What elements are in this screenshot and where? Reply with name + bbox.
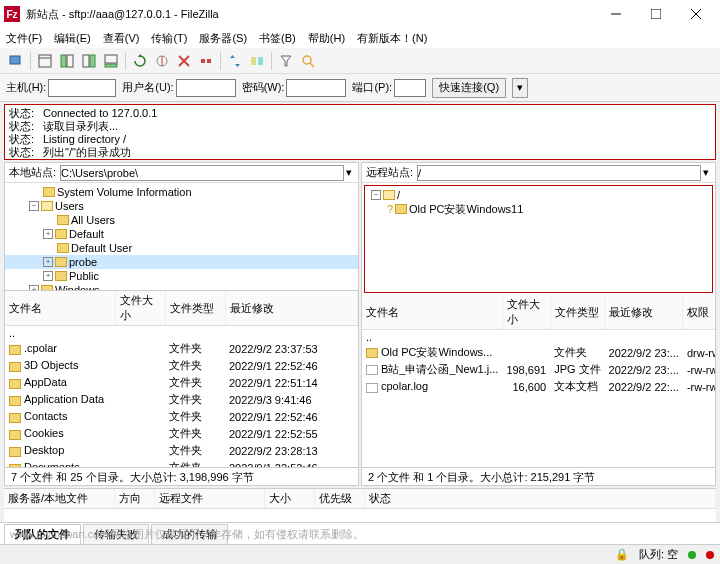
site-manager-icon[interactable] <box>6 51 26 71</box>
remote-tree[interactable]: −/ ?Old PC安装Windows11 <box>364 185 713 293</box>
col-name[interactable]: 文件名 <box>362 295 502 330</box>
svg-rect-9 <box>83 55 89 67</box>
table-row[interactable]: Cookies文件夹2022/9/1 22:52:55 <box>5 425 358 442</box>
table-row[interactable]: Documents文件夹2022/9/1 22:52:46 <box>5 459 358 467</box>
collapse-icon[interactable]: − <box>29 201 39 211</box>
process-queue-icon[interactable] <box>152 51 172 71</box>
svg-rect-10 <box>90 55 95 67</box>
col-status[interactable]: 状态 <box>364 489 716 509</box>
col-size[interactable]: 文件大小 <box>115 291 165 326</box>
quick-connect-bar: 主机(H): 用户名(U): 密码(W): 端口(P): 快速连接(Q) ▾ <box>0 74 720 102</box>
col-size[interactable]: 大小 <box>264 489 314 509</box>
lock-icon[interactable]: 🔒 <box>615 548 629 561</box>
disconnect-icon[interactable] <box>196 51 216 71</box>
toggle-remote-tree-icon[interactable] <box>79 51 99 71</box>
host-label: 主机(H): <box>6 80 46 95</box>
menu-transfer[interactable]: 传输(T) <box>151 31 187 46</box>
window-title: 新站点 - sftp://aaa@127.0.0.1 - FileZilla <box>26 7 596 22</box>
close-button[interactable] <box>676 0 716 28</box>
sync-browse-icon[interactable] <box>225 51 245 71</box>
collapse-icon[interactable]: − <box>371 190 381 200</box>
menu-bookmarks[interactable]: 书签(B) <box>259 31 296 46</box>
table-row[interactable]: .cpolar文件夹2022/9/2 23:37:53 <box>5 340 358 357</box>
col-remote[interactable]: 远程文件 <box>154 489 264 509</box>
local-status: 7 个文件 和 25 个目录。大小总计: 3,198,996 字节 <box>5 467 358 485</box>
log-line: Connected to 127.0.0.1 <box>43 107 157 120</box>
folder-icon <box>43 187 55 197</box>
table-row[interactable]: Desktop文件夹2022/9/2 23:28:13 <box>5 442 358 459</box>
host-input[interactable] <box>48 79 116 97</box>
log-line: Listing directory / <box>43 133 126 146</box>
menu-server[interactable]: 服务器(S) <box>199 31 247 46</box>
col-perm[interactable]: 权限 <box>683 295 715 330</box>
col-prio[interactable]: 优先级 <box>314 489 364 509</box>
filter-icon[interactable] <box>276 51 296 71</box>
table-row[interactable]: 3D Objects文件夹2022/9/1 22:52:46 <box>5 357 358 374</box>
folder-icon <box>41 201 53 211</box>
folder-icon <box>9 362 21 372</box>
toggle-queue-icon[interactable] <box>101 51 121 71</box>
expand-icon[interactable]: + <box>43 229 53 239</box>
dropdown-icon[interactable]: ▾ <box>344 166 354 179</box>
menu-edit[interactable]: 编辑(E) <box>54 31 91 46</box>
status-bar: 🔒 队列: 空 <box>0 544 720 564</box>
password-input[interactable] <box>286 79 346 97</box>
refresh-icon[interactable] <box>130 51 150 71</box>
port-label: 端口(P): <box>352 80 392 95</box>
toggle-local-tree-icon[interactable] <box>57 51 77 71</box>
folder-icon <box>9 430 21 440</box>
quick-connect-button[interactable]: 快速连接(Q) <box>432 78 506 98</box>
folder-icon <box>55 229 67 239</box>
menu-view[interactable]: 查看(V) <box>103 31 140 46</box>
title-bar: Fz 新站点 - sftp://aaa@127.0.0.1 - FileZill… <box>0 0 720 28</box>
table-row[interactable]: .. <box>5 326 358 341</box>
col-modified[interactable]: 最近修改 <box>225 291 358 326</box>
menu-new-version[interactable]: 有新版本！(N) <box>357 31 427 46</box>
user-input[interactable] <box>176 79 236 97</box>
col-type[interactable]: 文件类型 <box>165 291 225 326</box>
remote-path-input[interactable] <box>417 165 701 181</box>
port-input[interactable] <box>394 79 426 97</box>
folder-icon <box>395 204 407 214</box>
folder-icon <box>57 215 69 225</box>
col-type[interactable]: 文件类型 <box>550 295 604 330</box>
svg-rect-18 <box>207 59 211 63</box>
quick-connect-dropdown[interactable]: ▾ <box>512 78 528 98</box>
local-path-input[interactable] <box>60 165 344 181</box>
menu-file[interactable]: 文件(F) <box>6 31 42 46</box>
minimize-button[interactable] <box>596 0 636 28</box>
dropdown-icon[interactable]: ▾ <box>701 166 711 179</box>
watermark-text: www.toymoban.com 网络图片仅供展示，非存储，如有侵权请联系删除。 <box>10 527 364 542</box>
folder-icon <box>57 243 69 253</box>
table-row[interactable]: cpolar.log16,600文本文档2022/9/2 22:...-rw-r… <box>362 378 715 395</box>
maximize-button[interactable] <box>636 0 676 28</box>
expand-icon[interactable]: + <box>43 271 53 281</box>
svg-line-22 <box>310 63 314 67</box>
log-line: 列出"/"的目录成功 <box>43 146 131 159</box>
transfer-queue[interactable]: 服务器/本地文件 方向 远程文件 大小 优先级 状态 <box>4 488 716 522</box>
menu-help[interactable]: 帮助(H) <box>308 31 345 46</box>
local-tree[interactable]: System Volume Information −Users All Use… <box>5 183 358 291</box>
col-modified[interactable]: 最近修改 <box>605 295 683 330</box>
expand-icon[interactable]: + <box>43 257 53 267</box>
svg-rect-19 <box>251 57 256 65</box>
message-log[interactable]: 状态:Connected to 127.0.0.1 状态:读取目录列表... 状… <box>4 104 716 160</box>
table-row[interactable]: Contacts文件夹2022/9/1 22:52:46 <box>5 408 358 425</box>
col-server[interactable]: 服务器/本地文件 <box>4 489 114 509</box>
search-icon[interactable] <box>298 51 318 71</box>
table-row[interactable]: Application Data文件夹2022/9/3 9:41:46 <box>5 391 358 408</box>
local-file-list[interactable]: 文件名 文件大小 文件类型 最近修改 ...cpolar文件夹2022/9/2 … <box>5 291 358 467</box>
col-name[interactable]: 文件名 <box>5 291 115 326</box>
col-size[interactable]: 文件大小 <box>502 295 550 330</box>
col-dir[interactable]: 方向 <box>114 489 154 509</box>
cancel-icon[interactable] <box>174 51 194 71</box>
table-row[interactable]: .. <box>362 330 715 345</box>
folder-icon <box>9 447 21 457</box>
table-row[interactable]: B站_申请公函_New1.j...198,691JPG 文件2022/9/2 2… <box>362 361 715 378</box>
remote-file-list[interactable]: 文件名 文件大小 文件类型 最近修改 权限 所有者/组 ..Old PC安装Wi… <box>362 295 715 467</box>
unknown-icon: ? <box>385 203 395 215</box>
table-row[interactable]: AppData文件夹2022/9/1 22:51:14 <box>5 374 358 391</box>
compare-icon[interactable] <box>247 51 267 71</box>
table-row[interactable]: Old PC安装Windows...文件夹2022/9/2 23:...drw-… <box>362 344 715 361</box>
toggle-log-icon[interactable] <box>35 51 55 71</box>
